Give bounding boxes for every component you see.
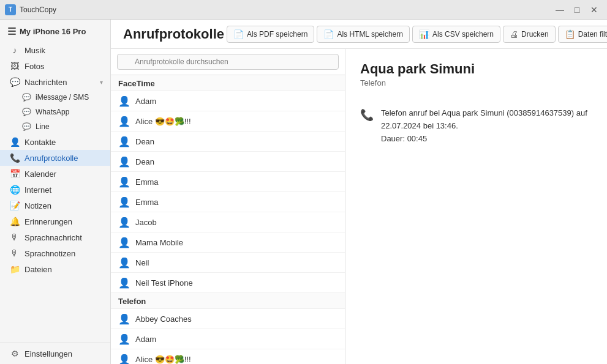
sidebar-item-notizen[interactable]: 📝 Notizen <box>0 198 110 214</box>
call-entry: 📞 Telefon anruf bei Aqua park Simuni (00… <box>360 100 592 152</box>
sidebar-item-sprachnotizen[interactable]: 🎙 Sprachnotizen <box>0 245 110 261</box>
sidebar-item-fotos[interactable]: 🖼 Fotos <box>0 58 110 74</box>
sidebar-item-dateien[interactable]: 📁 Dateien <box>0 261 110 277</box>
sidebar-item-nachrichten[interactable]: 💬 Nachrichten ▾ <box>0 74 110 90</box>
call-description: Telefon anruf bei Aqua park Simuni (0038… <box>381 107 592 133</box>
contacts-icon: 👤 <box>10 137 20 147</box>
avatar-icon: 👤 <box>118 277 130 289</box>
list-item[interactable]: 👤 Neil Test iPhone <box>111 273 345 293</box>
list-item[interactable]: 👤 Abbey Coaches <box>111 309 345 329</box>
list-item[interactable]: 👤 Dean <box>111 152 345 172</box>
avatar-icon: 👤 <box>118 196 130 208</box>
list-item[interactable]: 👤 Emma <box>111 172 345 192</box>
list-item[interactable]: 👤 Mama Mobile <box>111 232 345 253</box>
html-icon: 📄 <box>323 29 334 39</box>
app-title: TouchCopy <box>20 6 56 14</box>
sidebar-item-erinnerungen[interactable]: 🔔 Erinnerungen <box>0 214 110 229</box>
detail-subtitle: Telefon <box>360 78 592 87</box>
avatar-icon: 👤 <box>118 353 130 364</box>
sidebar-item-kontakte[interactable]: 👤 Kontakte <box>0 134 110 150</box>
save-html-button[interactable]: 📄 Als HTML speichern <box>317 26 410 43</box>
avatar-icon: 👤 <box>118 313 130 325</box>
filter-button[interactable]: 📋 Daten filtern <box>558 26 607 43</box>
avatar-icon: 👤 <box>118 155 130 168</box>
chevron-down-icon: ▾ <box>100 79 103 86</box>
sidebar-item-whatsapp[interactable]: 💬 WhatsApp <box>0 105 110 119</box>
list-item[interactable]: 👤 Neil <box>111 253 345 273</box>
list-item[interactable]: 👤 Alice 😎🤩🥦!!! <box>111 111 345 132</box>
filter-icon: 📋 <box>565 29 575 39</box>
voice-notes-icon: 🎙 <box>10 248 20 258</box>
right-panel: Aqua park Simuni Telefon 📞 Telefon anruf… <box>345 49 607 364</box>
toolbar: Anrufprotokolle 📄 Als PDF speichern 📄 Al… <box>111 20 607 49</box>
list-item[interactable]: 👤 Alice 😎🤩🥦!!! <box>111 349 345 364</box>
search-input[interactable] <box>117 54 339 70</box>
pdf-icon: 📄 <box>233 29 244 39</box>
settings-icon: ⚙ <box>10 349 20 358</box>
maximize-button[interactable]: □ <box>569 3 585 17</box>
list-item[interactable]: 👤 Emma <box>111 192 345 212</box>
contact-list: FaceTime 👤 Adam 👤 Alice 😎🤩🥦!!! 👤 Dean <box>111 75 345 364</box>
calls-icon: 📞 <box>10 153 20 163</box>
sidebar-item-kalender[interactable]: 📅 Kalender <box>0 166 110 182</box>
voicemail-icon: 🎙 <box>10 232 20 242</box>
call-duration: Dauer: 00:45 <box>381 133 592 146</box>
files-icon: 📁 <box>10 264 20 274</box>
list-item[interactable]: 👤 Adam <box>111 91 345 111</box>
avatar-icon: 👤 <box>118 256 130 269</box>
save-csv-button[interactable]: 📊 Als CSV speichern <box>412 26 500 43</box>
hamburger-icon[interactable]: ☰ <box>7 26 16 37</box>
call-outgoing-icon: 📞 <box>360 108 374 122</box>
reminders-icon: 🔔 <box>10 217 20 226</box>
save-pdf-button[interactable]: 📄 Als PDF speichern <box>227 26 314 43</box>
list-item[interactable]: 👤 Adam <box>111 329 345 349</box>
avatar-icon: 👤 <box>118 236 130 248</box>
internet-icon: 🌐 <box>10 185 20 195</box>
notes-icon: 📝 <box>10 201 20 210</box>
whatsapp-icon: 💬 <box>22 108 31 116</box>
messages-icon: 💬 <box>10 77 20 87</box>
imessage-icon: 💬 <box>22 93 31 102</box>
music-icon: ♪ <box>10 45 20 55</box>
avatar-icon: 👤 <box>118 135 130 147</box>
avatar-icon: 👤 <box>118 333 130 345</box>
detail-title: Aqua park Simuni <box>360 61 592 77</box>
sidebar-item-line[interactable]: 💬 Line <box>0 119 110 134</box>
avatar-icon: 👤 <box>118 115 130 127</box>
close-button[interactable]: ✕ <box>586 3 602 17</box>
left-panel: 🔍 FaceTime 👤 Adam 👤 Alice 😎🤩🥦!!! <box>111 49 345 364</box>
app-logo: T <box>5 4 16 15</box>
group-header-telefon: Telefon <box>111 293 345 309</box>
print-button[interactable]: 🖨 Drucken <box>503 26 556 43</box>
title-bar: T TouchCopy — □ ✕ <box>0 0 607 20</box>
sidebar-item-sprachnachricht[interactable]: 🎙 Sprachnachricht <box>0 229 110 245</box>
avatar-icon: 👤 <box>118 216 130 228</box>
sidebar-item-musik[interactable]: ♪ Musik <box>0 42 110 58</box>
page-title: Anrufprotokolle <box>121 26 224 42</box>
sidebar-item-internet[interactable]: 🌐 Internet <box>0 182 110 198</box>
main-layout: ☰ My iPhone 16 Pro ♪ Musik 🖼 Fotos 💬 Nac… <box>0 20 607 364</box>
sidebar-item-anrufprotokolle[interactable]: 📞 Anrufprotokolle <box>0 150 110 166</box>
avatar-icon: 👤 <box>118 95 130 107</box>
avatar-icon: 👤 <box>118 176 130 188</box>
split-view: 🔍 FaceTime 👤 Adam 👤 Alice 😎🤩🥦!!! <box>111 49 607 364</box>
content-area: Anrufprotokolle 📄 Als PDF speichern 📄 Al… <box>111 20 607 364</box>
window-controls: — □ ✕ <box>552 3 602 17</box>
print-icon: 🖨 <box>510 29 518 39</box>
calendar-icon: 📅 <box>10 169 20 179</box>
line-icon: 💬 <box>22 122 31 131</box>
minimize-button[interactable]: — <box>552 3 568 17</box>
search-bar: 🔍 <box>111 49 345 75</box>
sidebar-item-einstellungen[interactable]: ⚙ Einstellungen <box>0 346 110 362</box>
photos-icon: 🖼 <box>10 61 20 71</box>
list-item[interactable]: 👤 Jacob <box>111 212 345 232</box>
sidebar-item-imessage[interactable]: 💬 iMessage / SMS <box>0 90 110 105</box>
sidebar: ☰ My iPhone 16 Pro ♪ Musik 🖼 Fotos 💬 Nac… <box>0 20 111 364</box>
group-header-facetime: FaceTime <box>111 75 345 91</box>
device-label: ☰ My iPhone 16 Pro <box>0 20 110 42</box>
list-item[interactable]: 👤 Dean <box>111 132 345 152</box>
csv-icon: 📊 <box>419 29 429 39</box>
